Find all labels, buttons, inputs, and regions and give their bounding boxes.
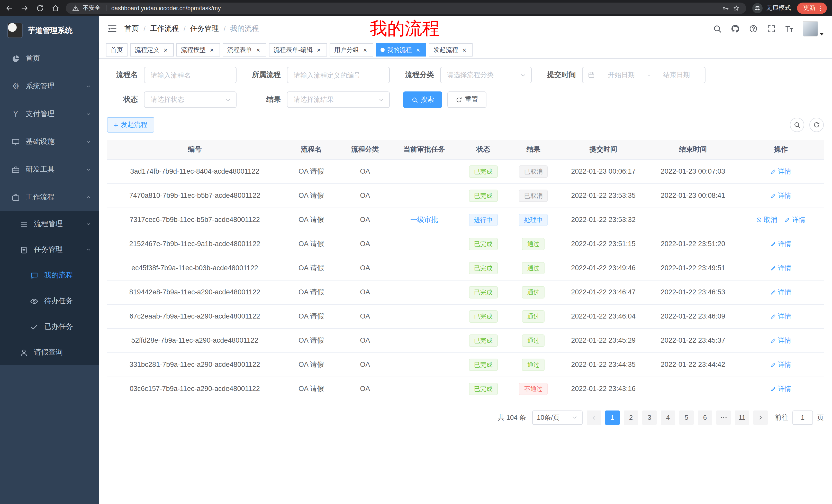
- more-pages-button[interactable]: [716, 410, 731, 425]
- browser-right-controls: 无痕模式 更新: [752, 2, 827, 13]
- detail-action-link[interactable]: 详情: [770, 312, 791, 321]
- cell-process-name: OA 请假: [283, 256, 340, 280]
- action-label: 详情: [778, 312, 791, 321]
- sidebar-item-dev-tools[interactable]: 研发工具: [0, 156, 99, 184]
- tab-close-icon[interactable]: ×: [461, 46, 468, 53]
- menu-item-label: 基础设施: [26, 137, 85, 146]
- parent-process-input[interactable]: [287, 67, 390, 83]
- sidebar-item-infrastructure[interactable]: 基础设施: [0, 128, 99, 156]
- chrome-update-button[interactable]: 更新: [797, 2, 827, 13]
- browser-back-icon[interactable]: [5, 4, 14, 12]
- detail-action-link[interactable]: 详情: [770, 167, 791, 176]
- font-size-icon[interactable]: [785, 24, 794, 33]
- page-11-button[interactable]: 11: [735, 410, 749, 425]
- tab-start-process[interactable]: 发起流程×: [429, 43, 473, 57]
- page-5-button[interactable]: 5: [679, 410, 694, 425]
- create-process-button[interactable]: + 发起流程: [107, 117, 154, 133]
- help-icon[interactable]: [749, 24, 758, 33]
- detail-action-link[interactable]: 详情: [784, 215, 806, 224]
- tab-label: 用户分组: [334, 46, 359, 54]
- cell-process-id: 2152467e-7b9b-11ec-9a1b-acde48001122: [107, 232, 283, 256]
- sidebar-item-todo-tasks[interactable]: 待办任务: [0, 288, 99, 314]
- tab-my-process[interactable]: 我的流程×: [376, 43, 426, 57]
- result-tag: 通过: [522, 262, 545, 274]
- submit-time-range-picker[interactable]: 开始日期 - 结束日期: [582, 67, 705, 83]
- page-6-button[interactable]: 6: [698, 410, 712, 425]
- detail-action-link[interactable]: 详情: [770, 287, 791, 297]
- detail-action-link[interactable]: 详情: [770, 239, 791, 248]
- refresh-table-button[interactable]: [809, 118, 824, 132]
- tab-close-icon[interactable]: ×: [162, 46, 169, 53]
- address-bar[interactable]: 不安全 dashboard.yudao.iocoder.cn/bpm/task/…: [66, 2, 746, 13]
- tab-process-model[interactable]: 流程模型×: [176, 43, 220, 57]
- sidebar-item-home[interactable]: 首页: [0, 45, 99, 73]
- process-table: 编号流程名流程分类当前审批任务状态结果提交时间结束时间操作 3ad174fb-7…: [107, 140, 824, 401]
- cell-submit-time: 2022-01-22 23:53:35: [558, 184, 648, 207]
- prev-page-button[interactable]: [587, 410, 601, 425]
- reset-button[interactable]: 重置: [447, 91, 487, 108]
- detail-action-link[interactable]: 详情: [770, 384, 791, 393]
- sidebar-item-payment-management[interactable]: ¥支付管理: [0, 100, 99, 128]
- breadcrumb-item[interactable]: 工作流程: [150, 24, 179, 33]
- cancel-action-link[interactable]: 取消: [756, 215, 777, 224]
- page-2-button[interactable]: 2: [624, 410, 638, 425]
- category-select[interactable]: 请选择流程分类: [440, 67, 532, 83]
- goto-page-input[interactable]: [792, 410, 813, 425]
- tab-user-group[interactable]: 用户分组×: [330, 43, 373, 57]
- page-size-select[interactable]: 10条/页: [532, 410, 582, 425]
- user-avatar[interactable]: [803, 21, 824, 36]
- breadcrumb-item[interactable]: 首页: [125, 24, 139, 33]
- sidebar-item-system-management[interactable]: ⚙系统管理: [0, 73, 99, 100]
- tab-close-icon[interactable]: ×: [255, 46, 262, 53]
- gear-icon: ⚙: [11, 82, 20, 91]
- tab-process-form-edit[interactable]: 流程表单-编辑×: [269, 43, 327, 57]
- sidebar-toggle-icon[interactable]: [107, 24, 117, 34]
- tab-process-definition[interactable]: 流程定义×: [130, 43, 174, 57]
- page-1-button[interactable]: 1: [605, 410, 620, 425]
- column-header: 当前审批任务: [390, 140, 458, 159]
- tab-close-icon[interactable]: ×: [362, 46, 369, 53]
- tab-close-icon[interactable]: ×: [315, 46, 322, 53]
- not-secure-warning-icon[interactable]: [72, 4, 79, 11]
- app-logo[interactable]: 芋道管理系统: [0, 16, 99, 45]
- process-name-input[interactable]: [144, 67, 237, 83]
- sidebar-item-workflow[interactable]: 工作流程: [0, 184, 99, 211]
- detail-action-link[interactable]: 详情: [770, 191, 791, 200]
- breadcrumb-item[interactable]: 任务管理: [190, 24, 219, 33]
- browser-nav-buttons: [5, 4, 60, 12]
- bookmark-star-icon[interactable]: [733, 4, 740, 11]
- total-count-label: 共 104 条: [498, 413, 526, 422]
- next-page-button[interactable]: [753, 410, 768, 425]
- filter-process-name: 流程名: [107, 67, 237, 83]
- detail-action-link[interactable]: 详情: [770, 360, 791, 369]
- main-area: 首页/工作流程/任务管理/我的流程 我的流程 首页流程定义×流程模型×流程表单×…: [99, 16, 832, 504]
- fullscreen-icon[interactable]: [767, 24, 776, 33]
- sidebar-item-my-process[interactable]: 我的流程: [0, 262, 99, 288]
- submenu: 我的流程待办任务已办任务: [0, 262, 99, 340]
- github-icon[interactable]: [731, 24, 740, 33]
- detail-action-link[interactable]: 详情: [770, 263, 791, 273]
- browser-reload-icon[interactable]: [36, 4, 44, 12]
- detail-action-link[interactable]: 详情: [770, 336, 791, 345]
- tab-process-form[interactable]: 流程表单×: [223, 43, 266, 57]
- tab-close-icon[interactable]: ×: [414, 46, 422, 53]
- page-3-button[interactable]: 3: [642, 410, 657, 425]
- tab-home[interactable]: 首页: [106, 43, 128, 57]
- status-select[interactable]: 请选择状态: [144, 91, 237, 108]
- sidebar-item-done-tasks[interactable]: 已办任务: [0, 314, 99, 340]
- result-select[interactable]: 请选择流结果: [287, 91, 390, 108]
- status-tag: 已完成: [469, 237, 498, 250]
- search-icon[interactable]: [713, 24, 722, 33]
- page-4-button[interactable]: 4: [661, 410, 675, 425]
- browser-forward-icon[interactable]: [21, 4, 29, 12]
- toggle-search-button[interactable]: [790, 118, 804, 132]
- sidebar-item-process-management[interactable]: 流程管理: [0, 211, 99, 237]
- sidebar-item-task-management[interactable]: 任务管理: [0, 237, 99, 262]
- chrome-menu-dots-icon[interactable]: [817, 4, 824, 11]
- tab-close-icon[interactable]: ×: [208, 46, 215, 53]
- browser-home-icon[interactable]: [51, 4, 60, 12]
- sidebar-item-leave-query[interactable]: 请假查询: [0, 340, 99, 365]
- password-key-icon[interactable]: [722, 4, 729, 11]
- search-button[interactable]: 搜索: [403, 91, 442, 108]
- current-task-link[interactable]: 一级审批: [410, 216, 438, 223]
